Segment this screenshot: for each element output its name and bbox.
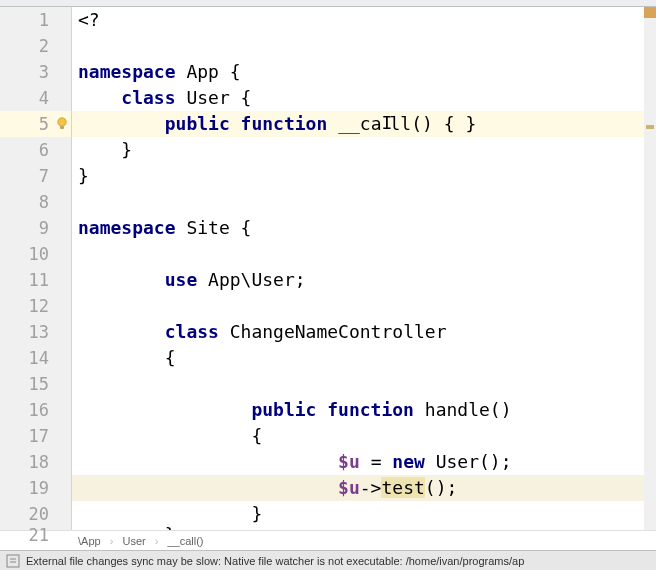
line-number[interactable]: 5 <box>0 111 71 137</box>
code-line: } <box>72 137 656 163</box>
intention-bulb-icon[interactable] <box>56 117 68 131</box>
status-message: External file changes sync may be slow: … <box>26 551 524 571</box>
code-area[interactable]: <? namespace App { class User { public f… <box>72 7 656 530</box>
code-line: } <box>72 527 656 530</box>
line-number[interactable]: 17 <box>0 423 71 449</box>
svg-point-0 <box>58 118 66 126</box>
code-line: { <box>72 423 656 449</box>
code-line <box>72 293 656 319</box>
line-number[interactable]: 6 <box>0 137 71 163</box>
error-stripe-summary[interactable] <box>644 7 656 18</box>
variable: $u <box>338 477 360 498</box>
line-number[interactable]: 18 <box>0 449 71 475</box>
code-line: use App\User; <box>72 267 656 293</box>
status-info-icon <box>6 554 20 568</box>
code-line: class ChangeNameController <box>72 319 656 345</box>
line-number[interactable]: 8 <box>0 189 71 215</box>
warning-stripe[interactable] <box>646 125 654 129</box>
line-number[interactable]: 1 <box>0 7 71 33</box>
line-number[interactable]: 11 <box>0 267 71 293</box>
text-caret: I <box>381 110 389 136</box>
line-number-gutter[interactable]: 123456789101112131415161718192021 <box>0 7 72 530</box>
code-line <box>72 189 656 215</box>
undefined-method: test <box>381 477 424 498</box>
line-number[interactable]: 20 <box>0 501 71 527</box>
svg-rect-1 <box>60 126 64 129</box>
error-stripe-margin[interactable] <box>644 7 656 530</box>
code-line: $u->test(); <box>72 475 656 501</box>
breadcrumb-item[interactable]: __call() <box>167 535 203 547</box>
status-bar[interactable]: External file changes sync may be slow: … <box>0 550 656 570</box>
code-line: } <box>72 163 656 189</box>
editor-top-strip <box>0 0 656 7</box>
line-number[interactable]: 2 <box>0 33 71 59</box>
line-number[interactable]: 12 <box>0 293 71 319</box>
line-number[interactable]: 21 <box>0 527 71 543</box>
breadcrumb-item[interactable]: User <box>122 535 145 547</box>
variable: $u <box>338 451 360 472</box>
svg-rect-2 <box>7 555 19 567</box>
line-number[interactable]: 3 <box>0 59 71 85</box>
method-name: __ca <box>338 113 381 134</box>
editor-pane: 123456789101112131415161718192021 <? nam… <box>0 7 656 530</box>
line-number[interactable]: 15 <box>0 371 71 397</box>
code-line: public function handle() <box>72 397 656 423</box>
code-line <box>72 371 656 397</box>
line-number[interactable]: 10 <box>0 241 71 267</box>
line-number[interactable]: 19 <box>0 475 71 501</box>
code-line <box>72 241 656 267</box>
code-line <box>72 33 656 59</box>
line-number[interactable]: 16 <box>0 397 71 423</box>
code-line: namespace App { <box>72 59 656 85</box>
code-line: <? <box>72 7 656 33</box>
code-line: { <box>72 345 656 371</box>
php-open-tag: <? <box>78 9 100 30</box>
breadcrumb-separator: › <box>149 535 165 547</box>
code-line: class User { <box>72 85 656 111</box>
line-number[interactable]: 9 <box>0 215 71 241</box>
line-number[interactable]: 7 <box>0 163 71 189</box>
line-number[interactable]: 4 <box>0 85 71 111</box>
line-number[interactable]: 14 <box>0 345 71 371</box>
breadcrumb-item[interactable]: \App <box>78 535 101 547</box>
line-number[interactable]: 13 <box>0 319 71 345</box>
code-line: $u = new User(); <box>72 449 656 475</box>
code-line-current: public function __caIll() { } <box>72 111 656 137</box>
breadcrumb-bar[interactable]: \App › User › __call() <box>0 530 656 550</box>
breadcrumb-separator: › <box>104 535 120 547</box>
code-line: namespace Site { <box>72 215 656 241</box>
